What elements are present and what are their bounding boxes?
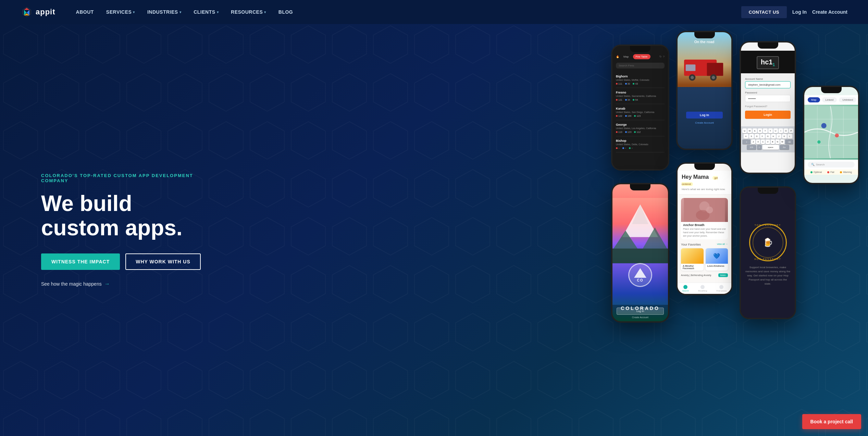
hc1-logo: hc11 [757, 56, 779, 69]
book-project-call-button[interactable]: Book a project call [802, 414, 861, 429]
hc1-key-e[interactable]: E [753, 128, 757, 133]
hc1-key-r[interactable]: R [758, 128, 762, 133]
mama-anchor-card: Anchor Breath Place one hand over your h… [681, 198, 728, 239]
mama-view-all-link[interactable]: view all → [717, 243, 728, 246]
hc1-key-t[interactable]: T [763, 128, 767, 133]
road-login-button[interactable]: Log In [686, 112, 722, 119]
mama-app-phone: Hey Mama get centered Here's what we are… [676, 162, 733, 295]
hc1-key-c[interactable]: C [761, 139, 765, 144]
hc1-key-q[interactable]: Q [742, 128, 747, 133]
hc1-key-s[interactable]: S [749, 134, 754, 139]
why-work-with-us-button[interactable]: WHY WORK WITH US [125, 253, 201, 270]
hc1-key-y[interactable]: Y [768, 128, 773, 133]
fair-dot-icon [827, 171, 829, 173]
nav-clients[interactable]: CLIENTS ▾ [194, 9, 219, 15]
map-optimal-label: Optimal [814, 171, 822, 173]
co-create-link[interactable]: Create Account [617, 316, 664, 319]
hc1-forgot-password[interactable]: Forgot Password? [745, 105, 791, 108]
hc1-key-v[interactable]: V [766, 139, 770, 144]
hc1-key-delete[interactable]: ⌫ [785, 139, 793, 144]
phone-notch-hc1 [758, 42, 778, 49]
nav-about[interactable]: ABOUT [76, 9, 94, 15]
hc1-account-label: Account Name [745, 77, 791, 80]
road-bottom: Log In Create Account [678, 87, 731, 149]
fire-help-icon: ? [663, 55, 665, 58]
svg-rect-5 [612, 249, 668, 263]
hc1-key-m[interactable]: M [780, 139, 784, 144]
hc1-login-button[interactable]: Login [745, 111, 791, 119]
hc1-key-emoji[interactable]: ☺ [757, 145, 762, 150]
nav-right: CONTACT US Log In Create Account [741, 6, 847, 18]
fire-item-bishop: Bishop United States, Delta, Colorado − … [616, 136, 665, 152]
hc1-key-o[interactable]: O [784, 128, 788, 133]
mama-nav-home[interactable]: Search [682, 285, 689, 292]
map-search-bar[interactable]: 🔍 Search [808, 162, 855, 167]
hc1-key-row-1: Q W E R T Y U I O P [742, 128, 793, 133]
nav-resources[interactable]: RESOURCES ▾ [231, 9, 266, 15]
nav-services[interactable]: SERVICES ▾ [106, 9, 135, 15]
fire-tab-table[interactable]: Fire Table [633, 54, 650, 59]
hc1-key-shift[interactable]: ⇧ [742, 139, 751, 144]
logo-icon [21, 6, 33, 18]
hc1-key-row-2: A S D F G H J K L [742, 134, 793, 139]
co-diamond-icon [634, 268, 646, 278]
fire-icon: 🔥 [616, 55, 619, 58]
map-tab-map[interactable]: Map [808, 97, 820, 102]
contact-us-button[interactable]: CONTACT US [741, 6, 787, 18]
colorado-app-phone: CO COLORADO Log In Create Account [611, 183, 669, 323]
hc1-key-b[interactable]: B [771, 139, 775, 144]
road-screen: On the road Log In Create Account [678, 32, 731, 149]
hc1-key-l[interactable]: L [788, 134, 792, 139]
mama-fav-image-1 [681, 248, 704, 264]
nav-industries[interactable]: INDUSTRIES ▾ [147, 9, 181, 15]
hc1-key-u[interactable]: U [773, 128, 778, 133]
mama-listen-button[interactable]: listen [718, 273, 728, 277]
hc1-key-return[interactable]: Go [780, 145, 789, 150]
hc1-key-x[interactable]: X [756, 139, 760, 144]
hc1-key-space[interactable]: space [762, 145, 779, 150]
hc1-key-g[interactable]: G [766, 134, 770, 139]
map-search-placeholder: Search [816, 163, 824, 166]
hc1-key-123[interactable]: 123 [747, 145, 756, 150]
hc1-key-n[interactable]: N [776, 139, 780, 144]
mama-nav-breath[interactable]: Breathing [698, 285, 707, 292]
hc1-key-j[interactable]: J [777, 134, 781, 139]
fire-search[interactable]: Search Fires [616, 63, 665, 68]
hc1-key-a[interactable]: A [744, 134, 748, 139]
passport-screen: TOP PASSPORT 🍺 HOP PASSPORT Support loca… [741, 188, 795, 318]
hero-title: We build custom apps. [41, 191, 219, 240]
hc1-key-w[interactable]: W [747, 128, 752, 133]
svg-point-28 [817, 140, 821, 144]
hc1-account-input[interactable]: stephen_beck@gmail.com [745, 81, 791, 88]
hc1-key-f[interactable]: F [760, 134, 765, 139]
hc1-key-p[interactable]: P [789, 128, 793, 133]
road-image: On the road [678, 32, 731, 87]
svg-point-26 [821, 123, 826, 128]
hc1-password-input[interactable]: •••••••• [745, 95, 791, 102]
mama-fav-item-1: A Mindful Facewash [681, 248, 704, 271]
logo[interactable]: appit [21, 6, 55, 18]
co-label: COLORADO [621, 306, 660, 311]
nav-links: ABOUT SERVICES ▾ INDUSTRIES ▾ CLIENTS ▾ … [76, 9, 293, 15]
hc1-key-h[interactable]: H [771, 134, 776, 139]
mama-nav: Search Breathing Find peace [678, 283, 731, 294]
map-search-icon: 🔍 [811, 163, 815, 166]
login-button[interactable]: Log In [792, 9, 807, 15]
hc1-key-i[interactable]: I [779, 128, 783, 133]
fire-tab-map[interactable]: Map [621, 54, 632, 59]
mama-tagline: Here's what we are loving right now. [682, 188, 727, 191]
see-magic-link[interactable]: See how the magic happens → [41, 281, 219, 287]
nav-blog[interactable]: BLOG [278, 9, 293, 15]
hc1-key-d[interactable]: D [755, 134, 759, 139]
fire-item-bighorn: Bighorn United States, Moffat, Colorado … [616, 72, 665, 88]
map-tab-unlinked[interactable]: Unlinked [839, 97, 856, 102]
create-account-button[interactable]: Create Account [812, 9, 847, 15]
road-create-link[interactable]: Create Account [695, 121, 714, 124]
phone-col-3: hc11 Account Name stephen_beck@gmail.com… [740, 41, 796, 319]
mama-header: Hey Mama get centered Here's what we are… [678, 171, 731, 195]
map-tab-linked[interactable]: Linked [822, 97, 837, 102]
witness-impact-button[interactable]: WITNESS THE IMPACT [41, 253, 120, 270]
mama-nav-pose[interactable]: Find peace [717, 285, 727, 292]
hc1-key-k[interactable]: K [782, 134, 787, 139]
hc1-key-z[interactable]: Z [751, 139, 755, 144]
